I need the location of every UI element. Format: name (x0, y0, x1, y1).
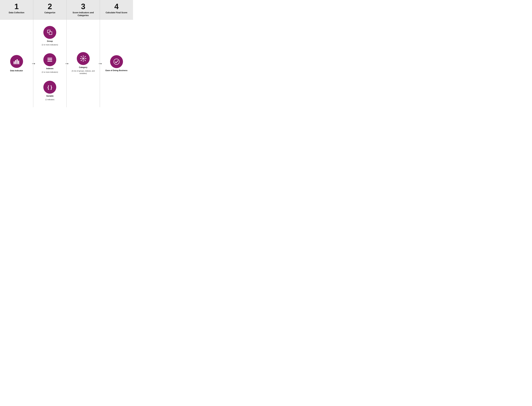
svg-rect-6 (49, 32, 52, 35)
variable-item: { } Variable (1 indicator) (43, 81, 56, 101)
svg-line-25 (82, 58, 83, 60)
svg-point-16 (83, 61, 84, 62)
svg-point-22 (81, 56, 82, 57)
header-cell-3: 3 Score Indicators and Categories (67, 0, 100, 19)
checkmark-badge-icon (113, 58, 120, 65)
arrow-1-to-2: → (31, 60, 36, 66)
svg-point-29 (114, 59, 119, 65)
indexes-icon (47, 58, 53, 62)
eodb-label: Ease of Doing Business (105, 69, 127, 72)
svg-point-18 (80, 58, 81, 59)
step-label-2: Categorize (44, 11, 55, 14)
step-number-1: 1 (14, 3, 19, 10)
svg-line-23 (83, 57, 85, 58)
content-row: Data Indicator → Group (0, 20, 133, 107)
col2-items: Group (2 or more indicators) Indexes (42, 24, 58, 103)
svg-rect-0 (14, 61, 15, 64)
group-item: Group (2 or more indicators) (42, 26, 58, 46)
header-cell-2: 2 Categorize (33, 0, 67, 19)
content-cell-3: Category (A mix of groups, indexes, and … (67, 20, 100, 107)
step-number-4: 4 (114, 3, 119, 10)
step-label-1: Data Collection (9, 11, 24, 14)
group-label: Group (47, 40, 53, 42)
group-icon (47, 29, 53, 35)
variable-circle: { } (43, 81, 56, 94)
svg-line-27 (83, 58, 85, 60)
category-item: Category (A mix of groups, indexes, and … (69, 52, 98, 75)
data-indicator-circle (10, 55, 23, 68)
page-container: 1 Data Collection 2 Categorize 3 Score I… (0, 0, 133, 107)
svg-rect-4 (13, 64, 20, 64)
svg-line-21 (82, 57, 83, 58)
col1-content: Data Indicator (10, 55, 23, 72)
category-circle (77, 52, 90, 65)
header-cell-4: 4 Calculate Final Score (100, 0, 133, 19)
step-number-2: 2 (48, 3, 52, 10)
svg-rect-1 (15, 60, 16, 64)
bar-chart-icon (13, 59, 20, 64)
content-cell-1: Data Indicator → (0, 20, 33, 107)
indexes-circle (43, 53, 56, 66)
indexes-sublabel: (2 or more indicators) (42, 71, 58, 73)
category-icon (80, 55, 86, 62)
variable-sublabel: (1 indicator) (45, 98, 54, 101)
content-cell-4: Ease of Doing Business (100, 20, 133, 107)
eodb-item: Ease of Doing Business (105, 55, 127, 72)
svg-point-26 (81, 60, 82, 61)
step-number-3: 3 (81, 3, 85, 10)
header-row: 1 Data Collection 2 Categorize 3 Score I… (0, 0, 133, 20)
svg-text:{ }: { } (48, 85, 52, 90)
step-label-3: Score Indicators and Categories (69, 11, 98, 17)
content-cell-2: Group (2 or more indicators) Indexes (33, 20, 67, 107)
group-circle (43, 26, 56, 39)
eodb-circle (110, 55, 123, 68)
svg-point-24 (85, 56, 86, 57)
category-label: Category (79, 66, 87, 69)
arrow-3-to-4: → (98, 60, 103, 66)
arrow-2-to-3: → (64, 60, 70, 66)
svg-point-28 (85, 60, 86, 61)
indexes-label: Indexes (46, 67, 53, 70)
svg-rect-10 (48, 61, 52, 62)
svg-rect-8 (48, 58, 52, 58)
svg-point-14 (83, 56, 84, 56)
svg-rect-3 (18, 61, 19, 64)
indexes-item: Indexes (2 or more indicators) (42, 53, 58, 73)
data-indicator-label: Data Indicator (10, 70, 23, 72)
header-cell-1: 1 Data Collection (0, 0, 33, 19)
group-sublabel: (2 or more indicators) (42, 44, 58, 46)
svg-rect-2 (17, 59, 18, 64)
step-label-4: Calculate Final Score (106, 11, 127, 14)
variable-label: Variable (46, 95, 54, 97)
variable-icon: { } (47, 85, 53, 90)
svg-rect-9 (48, 59, 52, 60)
category-sublabel: (A mix of groups, indexes, and variables… (69, 70, 98, 75)
svg-point-20 (85, 58, 86, 59)
